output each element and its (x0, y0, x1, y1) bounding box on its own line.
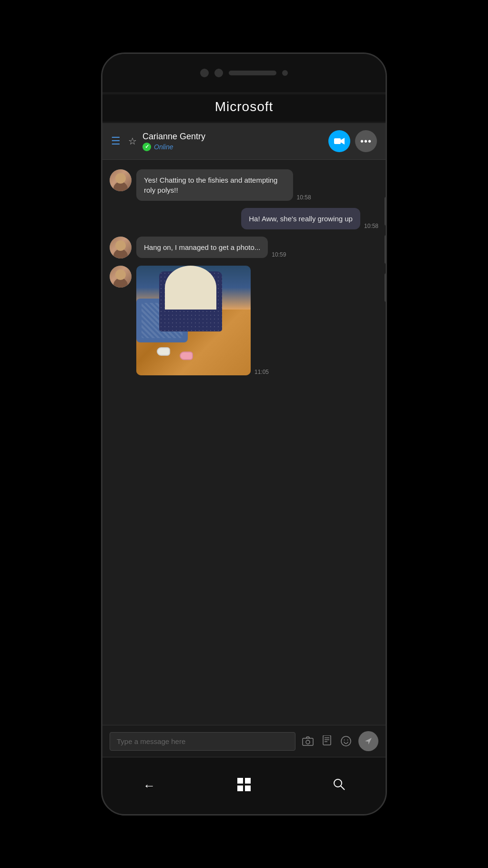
avatar-2 (110, 237, 132, 258)
message-row: Yes! Chatting to the fishies and attempt… (110, 169, 378, 201)
video-icon (334, 137, 345, 145)
message-bubble: Yes! Chatting to the fishies and attempt… (136, 169, 293, 201)
svg-point-5 (344, 740, 345, 741)
bubble-wrapper-2: Hang on, I managed to get a photo... 10:… (136, 237, 286, 258)
back-button[interactable]: ← (133, 774, 165, 798)
side-buttons (385, 197, 387, 302)
msg-with-time-2: Hang on, I managed to get a photo... 10:… (136, 237, 286, 258)
avatar-3 (110, 266, 132, 288)
message-row-sent: Ha! Aww, she's really growing up 10:58 (110, 208, 378, 229)
chat-header: ☰ ☆ Carianne Gentry Online ••• (102, 123, 386, 160)
contact-avatar (110, 169, 132, 191)
volume-up-btn (385, 197, 387, 226)
message-input[interactable] (110, 732, 295, 751)
bottom-nav: ← (102, 757, 386, 814)
sensor-dot (282, 70, 288, 76)
ellipsis-icon: ••• (360, 136, 372, 147)
msg-with-time-sent: Ha! Aww, she's really growing up 10:58 (241, 208, 378, 229)
message-text: Yes! Chatting to the fishies and attempt… (144, 176, 277, 194)
camera-dot (200, 69, 209, 77)
svg-line-12 (341, 786, 345, 790)
message-time-photo: 11:05 (254, 369, 269, 375)
svg-rect-8 (245, 778, 251, 784)
svg-point-4 (341, 736, 351, 746)
svg-rect-9 (237, 785, 243, 791)
svg-point-2 (306, 740, 310, 744)
volume-down-btn (385, 235, 387, 264)
svg-point-6 (347, 740, 348, 741)
svg-rect-3 (323, 735, 331, 745)
search-icon (333, 778, 345, 790)
message-text-2: Hang on, I managed to get a photo... (144, 243, 260, 251)
bubble-wrapper-photo: 11:05 (136, 266, 269, 375)
bubble-wrapper-sent: Ha! Aww, she's really growing up 10:58 (241, 208, 378, 229)
back-icon: ← (143, 778, 155, 793)
attach-button[interactable] (320, 734, 334, 749)
contact-avatar-2 (110, 237, 132, 258)
contact-name: Carianne Gentry (142, 132, 323, 142)
online-status: Online (142, 143, 323, 151)
camera-attach-button[interactable] (300, 734, 315, 748)
speaker-bar (229, 71, 276, 75)
more-options-button[interactable]: ••• (355, 130, 377, 152)
bubble-wrapper: Yes! Chatting to the fishies and attempt… (136, 169, 311, 201)
header-actions: ••• (328, 130, 377, 152)
phone-top-bar (102, 54, 386, 92)
brand-label: Microsoft (102, 94, 386, 122)
send-button[interactable] (358, 731, 378, 751)
home-button[interactable] (227, 773, 261, 799)
message-row-photo: 11:05 (110, 266, 378, 375)
svg-rect-7 (237, 778, 243, 784)
emoji-button[interactable] (338, 734, 354, 749)
camera-btn (385, 273, 387, 302)
message-bubble-2: Hang on, I managed to get a photo... (136, 237, 268, 258)
photo-shoe-left (157, 347, 170, 356)
photo-bubble[interactable] (136, 266, 251, 375)
message-time-2: 10:59 (272, 251, 286, 258)
emoji-icon (340, 735, 352, 747)
message-time-sent: 10:58 (364, 223, 378, 229)
message-text-sent: Ha! Aww, she's really growing up (249, 215, 353, 223)
video-call-button[interactable] (328, 130, 350, 152)
msg-with-time: Yes! Chatting to the fishies and attempt… (136, 169, 311, 201)
svg-rect-10 (245, 785, 251, 791)
photo-top (165, 266, 216, 310)
messages-area[interactable]: Yes! Chatting to the fishies and attempt… (102, 160, 386, 725)
camera-attach-icon (302, 736, 314, 746)
input-area (102, 725, 386, 757)
message-row-2: Hang on, I managed to get a photo... 10:… (110, 237, 378, 258)
msg-with-time-photo: 11:05 (136, 266, 269, 375)
svg-point-11 (334, 779, 342, 787)
hamburger-icon[interactable]: ☰ (111, 135, 121, 147)
contact-info: Carianne Gentry Online (142, 132, 323, 151)
camera-dot-2 (214, 69, 223, 77)
search-button[interactable] (323, 773, 355, 798)
online-dot (142, 143, 151, 151)
message-bubble-sent: Ha! Aww, she's really growing up (241, 208, 360, 229)
avatar (110, 169, 132, 191)
online-text: Online (154, 143, 173, 151)
photo-content (136, 266, 251, 375)
phone-frame: Microsoft ☰ ☆ Carianne Gentry Online (101, 52, 387, 816)
app-content: ☰ ☆ Carianne Gentry Online ••• (102, 123, 386, 757)
windows-icon (237, 777, 251, 792)
contact-avatar-3 (110, 266, 132, 288)
photo-shoe-right (180, 351, 193, 360)
svg-rect-0 (334, 138, 341, 144)
attach-icon (322, 735, 332, 747)
star-icon[interactable]: ☆ (128, 135, 137, 147)
send-icon (364, 737, 373, 745)
message-time: 10:58 (297, 194, 311, 201)
